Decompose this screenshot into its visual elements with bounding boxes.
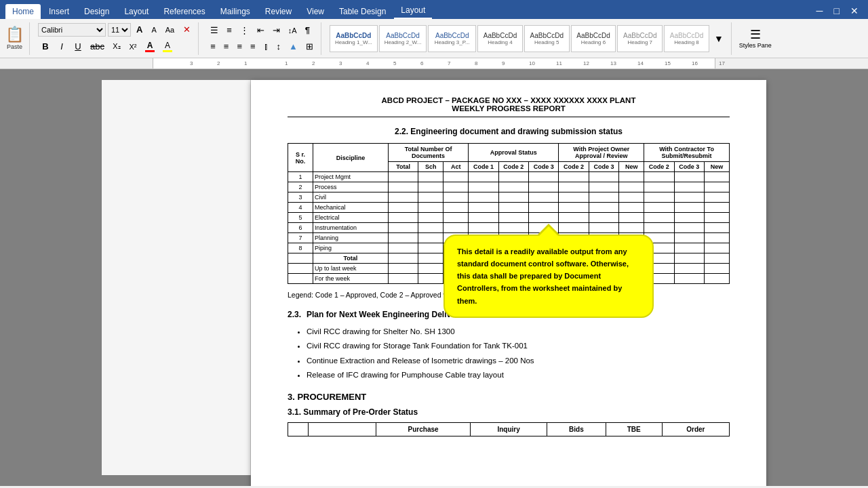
- paste-button[interactable]: 📋 Paste: [5, 26, 24, 49]
- list-item: Civil RCC drawing for Storage Tank Found…: [307, 339, 730, 353]
- style-heading1[interactable]: AaBbCcDd Heading 1_W...: [330, 25, 378, 52]
- proc-col-tbe: TBE: [606, 423, 662, 436]
- styles-group: AaBbCcDd Heading 1_W... AaBbCcDd Heading…: [326, 22, 732, 55]
- proc-col-2: [309, 423, 376, 436]
- indent-dec-button[interactable]: ⇤: [254, 23, 268, 37]
- font-grow-button[interactable]: A: [133, 22, 146, 37]
- align-center-button[interactable]: ≡: [220, 39, 233, 54]
- tab-references[interactable]: References: [157, 4, 212, 19]
- col-total-docs: Total Number Of Documents: [388, 144, 468, 162]
- table-row: 6 Instrumentation: [288, 223, 730, 233]
- table-row: 5 Electrical: [288, 213, 730, 223]
- col-contractor: With Contractor To Submit/Resubmit: [644, 144, 730, 162]
- sub-cont-code2: Code 2: [644, 162, 674, 172]
- proc-col-purchase: Purchase: [376, 423, 471, 436]
- section-3-title: 3. PROCUREMENT: [288, 392, 730, 402]
- bold-button[interactable]: B: [38, 39, 53, 54]
- col-owner: With Project Owner Approval / Review: [559, 144, 644, 162]
- table-row: 1 Project Mgmt: [288, 172, 730, 182]
- columns-button[interactable]: ⫿: [260, 39, 272, 54]
- style-heading4[interactable]: AaBbCcDd Heading 4: [477, 25, 523, 52]
- style-heading5[interactable]: AaBbCcDd Heading 5: [524, 25, 570, 52]
- sub-total: Total: [388, 162, 418, 172]
- sub-owner-code2: Code 2: [559, 162, 589, 172]
- sub-code3: Code 3: [529, 162, 559, 172]
- sidebar-panel: [102, 80, 251, 475]
- sub-sch: Sch: [418, 162, 443, 172]
- tab-mailings[interactable]: Mailings: [214, 4, 257, 19]
- clipboard-group: 📋 Paste: [5, 22, 30, 55]
- sub-code1: Code 1: [469, 162, 498, 172]
- tooltip-bubble: This detail is a readily available outpu…: [443, 235, 654, 318]
- sort-button[interactable]: ↕A: [285, 24, 300, 37]
- align-left-button[interactable]: ≡: [207, 39, 219, 54]
- multilevel-button[interactable]: ⋮: [237, 23, 252, 37]
- more-styles-button[interactable]: ▼: [711, 25, 727, 52]
- superscript-button[interactable]: X²: [125, 41, 140, 53]
- tab-view[interactable]: View: [300, 4, 331, 19]
- bullets-button[interactable]: ☰: [207, 23, 222, 37]
- list-item: Continue Extraction and Release of Isome…: [307, 354, 730, 368]
- tab-review[interactable]: Review: [258, 4, 298, 19]
- col-approval: Approval Status: [469, 144, 559, 162]
- tab-table-design[interactable]: Table Design: [332, 4, 393, 19]
- underline-button[interactable]: U: [71, 39, 85, 54]
- style-heading2[interactable]: AaBbCcDd Heading 2_W...: [379, 25, 427, 52]
- minimize-icon[interactable]: ─: [812, 5, 827, 16]
- font-selector[interactable]: Calibri: [38, 23, 106, 37]
- clear-format-button[interactable]: ✕: [180, 22, 194, 37]
- sub-owner-code3: Code 3: [589, 162, 618, 172]
- page: ABCD PROJECT – PACKAGE NO XXX – XXXX XXX…: [251, 80, 766, 486]
- paragraph-group: ☰ ≡ ⋮ ⇤ ⇥ ↕A ¶ ≡ ≡ ≡ ≡ ⫿ ↕ ▲ ⊞: [203, 22, 321, 55]
- style-heading6[interactable]: AaBbCcDd Heading 6: [571, 25, 616, 52]
- col-discipline: Discipline: [313, 144, 388, 172]
- font-shrink-button[interactable]: A: [148, 24, 159, 36]
- ribbon: Home Insert Design Layout References Mai…: [0, 0, 868, 58]
- align-right-button[interactable]: ≡: [233, 39, 245, 54]
- table-container: S r.No. Discipline Total Number Of Docum…: [288, 143, 730, 284]
- sub-act: Act: [443, 162, 469, 172]
- restore-icon[interactable]: □: [830, 5, 844, 16]
- proc-col-1: [288, 423, 309, 436]
- show-hide-button[interactable]: ¶: [302, 23, 313, 37]
- deliverables-list: Civil RCC drawing for Shelter No. SH 130…: [288, 325, 730, 382]
- procurement-table: Purchase Inquiry Bids TBE Order: [288, 422, 730, 436]
- line-spacing-button[interactable]: ↕: [273, 39, 285, 54]
- section-3-1-title: 3.1. Summary of Pre-Order Status: [288, 407, 730, 417]
- list-item: Release of IFC drawing for Pumphouse Cab…: [307, 368, 730, 382]
- indent-inc-button[interactable]: ⇥: [269, 23, 283, 37]
- tab-insert[interactable]: Insert: [42, 4, 76, 19]
- page-header: ABCD PROJECT – PACKAGE NO XXX – XXXX XXX…: [288, 96, 730, 113]
- tab-layout[interactable]: Layout: [117, 4, 155, 19]
- styles-pane-button[interactable]: ☰ Styles Pane: [736, 24, 775, 53]
- font-size-selector[interactable]: 11: [108, 23, 131, 37]
- italic-button[interactable]: I: [54, 39, 69, 54]
- tab-design[interactable]: Design: [77, 4, 116, 19]
- close-icon[interactable]: ✕: [846, 5, 863, 16]
- ribbon-tab-bar: Home Insert Design Layout References Mai…: [0, 0, 868, 19]
- numbering-button[interactable]: ≡: [223, 23, 235, 37]
- style-heading3[interactable]: AaBbCcDd Heading 3_P...: [428, 25, 476, 52]
- section-3: 3. PROCUREMENT 3.1. Summary of Pre-Order…: [288, 392, 730, 436]
- style-heading7[interactable]: AaBbCcDd Heading 7: [617, 25, 663, 52]
- shading-button[interactable]: ▲: [285, 39, 301, 54]
- tab-layout2[interactable]: Layout: [394, 3, 432, 19]
- borders-button[interactable]: ⊞: [302, 39, 317, 54]
- document-area: ABCD PROJECT – PACKAGE NO XXX – XXXX XXX…: [0, 69, 868, 486]
- sub-cont-new: New: [704, 162, 729, 172]
- change-case-button[interactable]: Aa: [162, 24, 178, 36]
- table-row: 2 Process: [288, 182, 730, 192]
- style-heading8[interactable]: AaBbCcDd Heading 8: [664, 25, 709, 52]
- justify-button[interactable]: ≡: [247, 39, 259, 54]
- font-color-button[interactable]: A: [142, 39, 158, 54]
- strikethrough-button[interactable]: abc: [87, 39, 108, 54]
- sub-code2: Code 2: [498, 162, 528, 172]
- section-2-3-number: 2.3.: [288, 310, 301, 319]
- highlight-button[interactable]: A: [159, 39, 176, 54]
- proc-col-inquiry: Inquiry: [471, 423, 547, 436]
- tab-home[interactable]: Home: [5, 4, 41, 19]
- table-row: 3 Civil: [288, 192, 730, 203]
- col-srno: S r.No.: [288, 144, 313, 172]
- sub-cont-code3: Code 3: [674, 162, 704, 172]
- subscript-button[interactable]: X₂: [109, 40, 124, 53]
